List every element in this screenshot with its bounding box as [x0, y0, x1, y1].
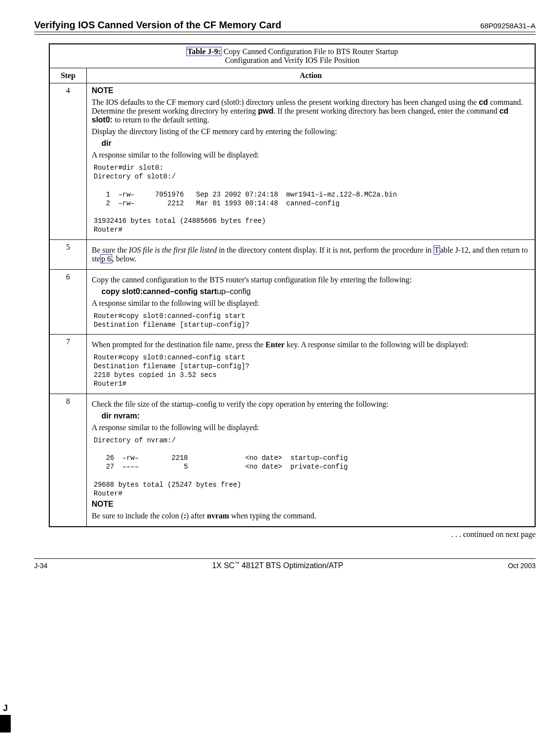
table-row: 6 Copy the canned configuration to the B…: [49, 269, 535, 334]
step-number: 4: [49, 83, 87, 240]
page-footer: J-34 1X SC™ 4812T BTS Optimization/ATP O…: [34, 558, 536, 570]
text: 1X SC: [212, 561, 235, 570]
text: Be sure to include the colon (: [92, 512, 183, 520]
italic-text: IOS file is the first file listed: [129, 246, 217, 254]
paragraph: Be sure to include the colon (:) after n…: [92, 512, 530, 520]
terminal-output: Router#copy slot0:canned–config start De…: [94, 353, 530, 389]
text: when typing the command.: [229, 512, 316, 520]
command-dir: dir: [101, 139, 530, 148]
terminal-output: Router#dir slot0: Directory of slot0:/ 1…: [94, 163, 530, 235]
text: key. A response similar to the following…: [284, 340, 468, 349]
paragraph: A response similar to the following will…: [92, 423, 530, 432]
xref-link-step[interactable]: p 6: [100, 254, 112, 263]
header-docnum: 68P09258A31–A: [480, 21, 536, 30]
xref-link-table[interactable]: T: [434, 245, 440, 255]
header-rule: [34, 34, 536, 35]
text: , below.: [112, 255, 137, 263]
cmd-cd: cd: [479, 98, 490, 106]
paragraph: Be sure the IOS file is the first file l…: [92, 246, 530, 263]
footer-date: Oct 2003: [508, 562, 536, 570]
text: The IOS defaults to the CF memory card (…: [92, 98, 479, 106]
step-action: Copy the canned configuration to the BTS…: [87, 269, 536, 334]
step-number: 5: [49, 239, 87, 269]
terminal-output: Directory of nvram:/ 26 –rw– 2218 <no da…: [94, 436, 530, 498]
paragraph: The IOS defaults to the CF memory card (…: [92, 98, 530, 124]
step-action: Check the file size of the startup–confi…: [87, 394, 536, 527]
cmd-pwd: pwd: [258, 107, 274, 115]
col-header-step: Step: [49, 68, 87, 83]
text: . If the present working directory has b…: [274, 107, 500, 115]
text: ) after: [186, 512, 207, 520]
paragraph: A response similar to the following will…: [92, 299, 530, 308]
text: in the directory content display. If it …: [217, 246, 433, 254]
text: When prompted for the destination file n…: [92, 340, 265, 349]
footer-title: 1X SC™ 4812T BTS Optimization/ATP: [212, 561, 343, 570]
paragraph: When prompted for the destination file n…: [92, 340, 530, 349]
step-action: NOTE The IOS defaults to the CF memory c…: [87, 83, 536, 240]
text: 4812T BTS Optimization/ATP: [240, 561, 343, 570]
paragraph: Check the file size of the startup–confi…: [92, 400, 530, 409]
paragraph: Copy the canned configuration to the BTS…: [92, 276, 530, 284]
step-number: 7: [49, 334, 87, 394]
note-label: NOTE: [92, 500, 113, 508]
table-row: 4 NOTE The IOS defaults to the CF memory…: [49, 83, 535, 240]
continued-note: . . . continued on next page: [34, 530, 536, 539]
table-row: 7 When prompted for the destination file…: [49, 334, 535, 394]
step-action: Be sure the IOS file is the first file l…: [87, 239, 536, 269]
step-action: When prompted for the destination file n…: [87, 334, 536, 394]
procedure-table: Table J-9: Copy Canned Configuration Fil…: [49, 43, 536, 527]
command-copy: copy slot0:canned–config startup–config: [101, 287, 530, 296]
table-label: Table J-9:: [187, 47, 220, 56]
header-title: Verifying IOS Canned Version of the CF M…: [34, 20, 281, 31]
text: copy slot0:canned–config start: [101, 287, 217, 296]
step-number: 8: [49, 394, 87, 527]
step-number: 6: [49, 269, 87, 334]
terminal-output: Router#copy slot0:canned–config start De…: [94, 312, 530, 329]
paragraph: A response similar to the following will…: [92, 151, 530, 159]
command-dir-nvram: dir nvram:: [101, 412, 530, 420]
paragraph: Display the directory listing of the CF …: [92, 127, 530, 136]
text: Be sure the: [92, 246, 129, 254]
col-header-action: Action: [87, 68, 536, 83]
text: to return to the default setting.: [115, 116, 209, 124]
table-caption: Table J-9: Copy Canned Configuration Fil…: [49, 44, 535, 68]
text: up–config: [217, 287, 251, 296]
table-label-link[interactable]: Table J-9:: [186, 47, 221, 56]
note-label: NOTE: [92, 86, 113, 95]
trademark-symbol: ™: [235, 561, 240, 566]
footer-page: J-34: [34, 562, 47, 570]
caption-line1: Copy Canned Configuration File to BTS Ro…: [221, 47, 398, 56]
enter-key: Enter: [265, 340, 284, 349]
table-row: 5 Be sure the IOS file is the first file…: [49, 239, 535, 269]
caption-line2: Configuration and Verify IOS File Positi…: [225, 56, 360, 64]
nvram-bold: nvram: [207, 512, 229, 520]
table-row: 8 Check the file size of the startup–con…: [49, 394, 535, 527]
page-header: Verifying IOS Canned Version of the CF M…: [34, 20, 536, 32]
